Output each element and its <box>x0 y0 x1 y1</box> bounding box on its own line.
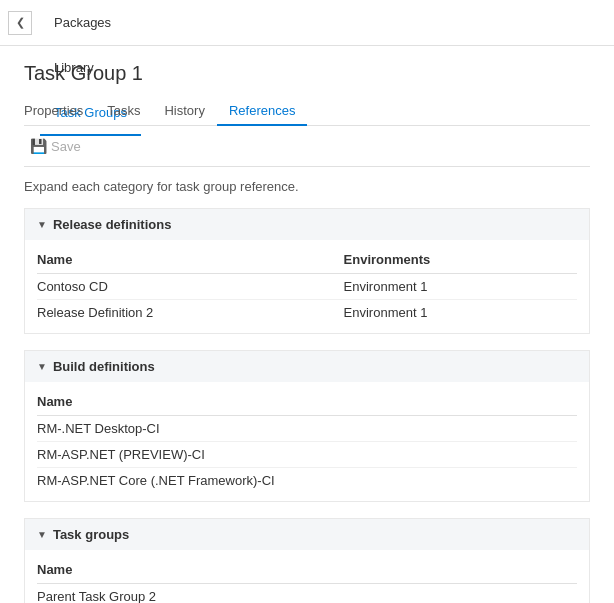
save-label: Save <box>51 139 81 154</box>
row-name-link[interactable]: RM-ASP.NET (PREVIEW)-CI <box>37 442 577 468</box>
row-name-link[interactable]: Parent Task Group 2 <box>37 584 577 604</box>
col-header-environments: Environments <box>344 248 577 274</box>
sections-container: ▼Release definitionsNameEnvironmentsCont… <box>24 208 590 603</box>
chevron-down-icon: ▼ <box>37 529 47 540</box>
nav-toggle-button[interactable]: ❮ <box>8 11 32 35</box>
section-body-release-definitions: NameEnvironmentsContoso CDEnvironment 1R… <box>25 240 589 333</box>
col-header-name: Name <box>37 248 344 274</box>
section-body-task-groups: NameParent Task Group 2 <box>25 550 589 603</box>
nav-item-packages[interactable]: Packages <box>40 0 141 46</box>
section-title: Build definitions <box>53 359 155 374</box>
ref-table-build-definitions: NameRM-.NET Desktop-CIRM-ASP.NET (PREVIE… <box>37 390 577 493</box>
table-row: RM-ASP.NET Core (.NET Framework)-CI <box>37 468 577 494</box>
sub-tab-properties[interactable]: Properties <box>24 97 95 126</box>
col-header-name: Name <box>37 390 577 416</box>
save-button[interactable]: 💾 Save <box>24 134 87 158</box>
table-row: RM-.NET Desktop-CI <box>37 416 577 442</box>
chevron-down-icon: ▼ <box>37 361 47 372</box>
ref-table-release-definitions: NameEnvironmentsContoso CDEnvironment 1R… <box>37 248 577 325</box>
table-row: Contoso CDEnvironment 1 <box>37 274 577 300</box>
section-build-definitions: ▼Build definitionsNameRM-.NET Desktop-CI… <box>24 350 590 502</box>
col-header-name: Name <box>37 558 577 584</box>
nav-toggle-icon: ❮ <box>16 16 25 29</box>
table-row: Release Definition 2Environment 1 <box>37 300 577 326</box>
top-nav: ❮ BuildsReleasesPackagesLibraryTask Grou… <box>0 0 614 46</box>
ref-table-task-groups: NameParent Task Group 2 <box>37 558 577 603</box>
sub-tab-tasks[interactable]: Tasks <box>95 97 152 126</box>
row-name-link[interactable]: Release Definition 2 <box>37 300 344 326</box>
row-name-link[interactable]: RM-.NET Desktop-CI <box>37 416 577 442</box>
sub-tabs: PropertiesTasksHistoryReferences <box>24 97 590 126</box>
row-environment: Environment 1 <box>344 274 577 300</box>
section-header-release-definitions[interactable]: ▼Release definitions <box>25 209 589 240</box>
row-environment: Environment 1 <box>344 300 577 326</box>
section-task-groups: ▼Task groupsNameParent Task Group 2 <box>24 518 590 603</box>
chevron-down-icon: ▼ <box>37 219 47 230</box>
section-title: Task groups <box>53 527 129 542</box>
row-name-link[interactable]: RM-ASP.NET Core (.NET Framework)-CI <box>37 468 577 494</box>
section-header-task-groups[interactable]: ▼Task groups <box>25 519 589 550</box>
description-text: Expand each category for task group refe… <box>24 179 590 194</box>
sub-tab-references[interactable]: References <box>217 97 307 126</box>
page-title: Task Group 1 <box>24 62 590 85</box>
section-title: Release definitions <box>53 217 171 232</box>
table-row: RM-ASP.NET (PREVIEW)-CI <box>37 442 577 468</box>
table-row: Parent Task Group 2 <box>37 584 577 604</box>
section-header-build-definitions[interactable]: ▼Build definitions <box>25 351 589 382</box>
sub-tab-history[interactable]: History <box>152 97 216 126</box>
save-icon: 💾 <box>30 138 47 154</box>
section-release-definitions: ▼Release definitionsNameEnvironmentsCont… <box>24 208 590 334</box>
row-name-link[interactable]: Contoso CD <box>37 274 344 300</box>
section-body-build-definitions: NameRM-.NET Desktop-CIRM-ASP.NET (PREVIE… <box>25 382 589 501</box>
